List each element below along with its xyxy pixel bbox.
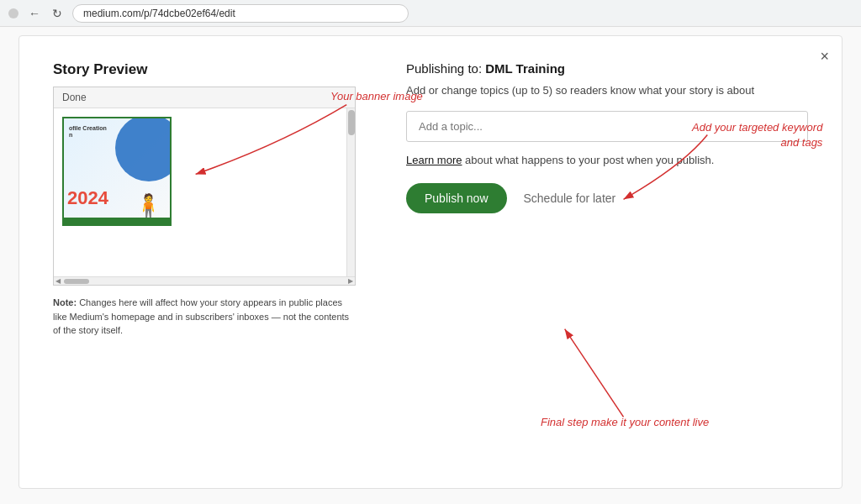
publishing-description: Add or change topics (up to 5) so reader… xyxy=(406,82,808,99)
preview-container: Done ofile Creation n 2024 🧍 xyxy=(53,87,356,286)
browser-nav[interactable]: ← ↻ xyxy=(25,5,66,22)
publishing-panel: Publishing to: DML Training Add or chang… xyxy=(406,61,808,463)
banner-image: ofile Creation n 2024 🧍 xyxy=(62,117,172,226)
note-text: Note: Changes here will affect how your … xyxy=(53,296,356,338)
banner-year: 2024 xyxy=(67,189,108,207)
close-button[interactable]: × xyxy=(820,49,829,64)
back-btn[interactable]: ← xyxy=(25,5,44,22)
address-bar[interactable]: medium.com/p/74dcbe02ef64/edit xyxy=(72,4,409,23)
note-label: Note: xyxy=(53,297,77,307)
preview-scroll-area: ofile Creation n 2024 🧍 xyxy=(54,108,355,276)
banner-title: ofile Creation n xyxy=(69,125,107,139)
publish-row: Publish now Schedule for later xyxy=(406,183,808,213)
horizontal-scroll-thumb[interactable] xyxy=(64,279,345,284)
learn-more-link[interactable]: Learn more xyxy=(406,154,462,166)
story-preview-panel: Story Preview Done ofile Creation n 2024… xyxy=(53,61,356,463)
banner-circle xyxy=(115,118,170,181)
publishing-title: Publishing to: DML Training xyxy=(406,61,808,76)
topic-input[interactable] xyxy=(406,111,808,142)
banner-background: ofile Creation n 2024 🧍 xyxy=(64,118,170,224)
browser-bar: ← ↻ medium.com/p/74dcbe02ef64/edit xyxy=(0,0,861,27)
scroll-left-icon[interactable]: ◀ xyxy=(55,277,61,285)
banner-person-icon: 🧍 xyxy=(134,192,163,220)
story-preview-title: Story Preview xyxy=(53,61,356,78)
vertical-scrollbar[interactable] xyxy=(346,108,355,276)
learn-more-suffix: about what happens to your post when you… xyxy=(465,154,714,166)
publishing-destination: DML Training xyxy=(485,61,565,76)
publish-now-button[interactable]: Publish now xyxy=(406,183,507,213)
note-content: Changes here will affect how your story … xyxy=(53,297,349,335)
preview-toolbar[interactable]: Done xyxy=(54,87,355,108)
horizontal-scrollbar[interactable]: ◀ ▶ xyxy=(54,276,355,285)
schedule-for-later-link[interactable]: Schedule for later xyxy=(524,192,616,205)
banner-green-bar xyxy=(64,218,170,224)
publishing-label: Publishing to: xyxy=(406,61,482,76)
publish-dialog: × Story Preview Done ofile Creation n 20… xyxy=(18,35,843,489)
refresh-btn[interactable]: ↻ xyxy=(49,5,66,22)
learn-more-text: Learn more about what happens to your po… xyxy=(406,154,808,166)
browser-dot-1 xyxy=(8,8,18,18)
scroll-right-icon[interactable]: ▶ xyxy=(348,277,353,285)
vertical-scroll-thumb[interactable] xyxy=(348,110,355,135)
